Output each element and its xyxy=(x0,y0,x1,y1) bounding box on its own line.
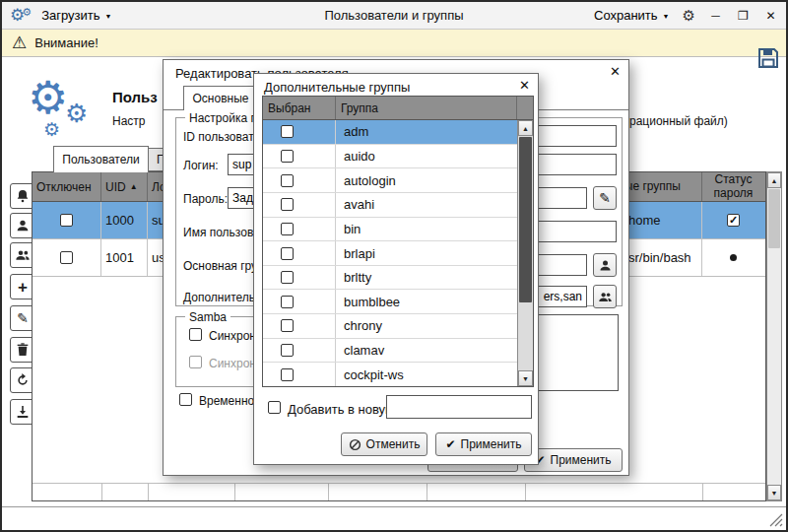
group-row[interactable]: clamav xyxy=(263,339,517,364)
row-disabled-checkbox[interactable] xyxy=(60,214,73,227)
login-label: Логин: xyxy=(183,159,219,172)
tab-main[interactable]: Основные xyxy=(183,86,258,110)
load-menu-button[interactable]: Загрузить ▼ xyxy=(41,8,111,23)
apply-label: Применить xyxy=(461,437,522,451)
password-status-checkbox[interactable] xyxy=(727,214,740,227)
user-icon xyxy=(598,258,613,273)
close-icon[interactable]: ✕ xyxy=(519,78,530,93)
notes-textarea[interactable] xyxy=(538,314,619,391)
scroll-down-button[interactable]: ▼ xyxy=(518,370,533,386)
close-button[interactable]: ✕ xyxy=(763,9,778,23)
user-icon xyxy=(15,218,31,233)
caret-down-icon: ▼ xyxy=(104,13,111,20)
group-name: clamav xyxy=(336,343,517,358)
group-checkbox[interactable] xyxy=(281,271,294,284)
scroll-up-button[interactable]: ▲ xyxy=(767,172,781,188)
cancel-button[interactable]: Отменить xyxy=(341,432,427,456)
col-header-disabled[interactable]: Отключен xyxy=(33,172,101,201)
groups-rows: adm auido autologin avahi bin brlapi brl… xyxy=(263,120,517,386)
check-icon: ✔ xyxy=(445,437,455,451)
dialog-title: Дополнительные группы xyxy=(264,80,410,95)
maximize-button[interactable]: ❐ xyxy=(736,9,751,23)
group-name: autologin xyxy=(336,173,517,188)
group-row[interactable]: adm xyxy=(263,120,517,145)
bell-icon xyxy=(15,188,31,204)
group-row[interactable]: autologin xyxy=(263,168,517,193)
pencil-icon: ✎ xyxy=(17,310,29,326)
edit-password-button[interactable]: ✎ xyxy=(593,186,617,210)
col-header-uid[interactable]: UID▲ xyxy=(101,172,148,201)
new-group-input[interactable] xyxy=(386,395,532,419)
group-checkbox[interactable] xyxy=(281,198,294,211)
group-checkbox[interactable] xyxy=(281,344,294,357)
status-bar xyxy=(2,506,786,530)
samba-sync-checkbox[interactable] xyxy=(189,328,202,341)
group-name: cockpit-ws xyxy=(336,367,517,382)
group-checkbox[interactable] xyxy=(281,247,294,260)
tab-users[interactable]: Пользователи xyxy=(53,146,149,172)
scrollbar-thumb[interactable] xyxy=(768,189,780,248)
group-row[interactable]: chrony xyxy=(263,314,517,339)
group-icon xyxy=(15,247,31,263)
group-checkbox[interactable] xyxy=(281,319,294,332)
row-disabled-checkbox[interactable] xyxy=(60,251,73,264)
page-logo-gear-icon: ⚙ xyxy=(65,100,88,126)
password-label: Пароль: xyxy=(183,192,228,206)
additional-groups-dialog: Дополнительные группы ✕ Выбран Группа ad… xyxy=(253,73,539,465)
group-name: bin xyxy=(336,222,517,236)
fieldset-legend: Настройка п xyxy=(185,111,261,125)
temporary-checkbox[interactable] xyxy=(179,393,192,406)
group-name: chrony xyxy=(336,318,517,333)
group-row[interactable]: bin xyxy=(263,218,517,242)
scroll-down-button[interactable]: ▼ xyxy=(767,485,781,500)
page-subtitle-right: рационный файл) xyxy=(629,114,728,128)
caret-down-icon: ▼ xyxy=(663,13,670,20)
temporary-label: Временное xyxy=(199,394,261,408)
pick-extra-groups-button[interactable] xyxy=(593,285,617,308)
cell-uid: 1000 xyxy=(101,202,148,238)
group-name: adm xyxy=(336,124,517,139)
add-to-new-checkbox[interactable] xyxy=(268,401,281,414)
save-menu-button[interactable]: Сохранить ▼ xyxy=(594,8,670,23)
group-row[interactable]: auido xyxy=(263,145,517,169)
group-row[interactable]: brlapi xyxy=(263,241,517,266)
minimize-button[interactable]: ─ xyxy=(708,9,723,23)
group-checkbox[interactable] xyxy=(281,296,294,308)
scrollbar-thumb[interactable] xyxy=(519,137,532,302)
sort-asc-icon: ▲ xyxy=(130,182,138,191)
apply-button[interactable]: ✔ Применить xyxy=(524,448,623,472)
group-checkbox[interactable] xyxy=(281,174,294,187)
warning-text: Внимание! xyxy=(34,35,98,50)
extra-groups-label: Дополнительн xyxy=(183,291,262,304)
group-checkbox[interactable] xyxy=(281,125,294,138)
pick-primary-group-button[interactable] xyxy=(593,253,617,277)
group-checkbox[interactable] xyxy=(281,150,294,163)
table-scrollbar[interactable]: ▲ ▼ xyxy=(766,171,782,501)
trash-icon xyxy=(15,342,31,358)
empty-row xyxy=(33,483,765,500)
group-row[interactable]: brltty xyxy=(263,266,517,291)
group-row[interactable]: cockpit-ws xyxy=(263,363,517,386)
group-row[interactable]: avahi xyxy=(263,193,517,218)
group-name: brlapi xyxy=(336,246,517,261)
page-subtitle-left: Настр xyxy=(112,114,146,128)
apply-button[interactable]: ✔ Применить xyxy=(435,432,532,456)
resize-grip[interactable] xyxy=(769,513,783,527)
group-checkbox[interactable] xyxy=(281,223,294,235)
save-file-icon[interactable] xyxy=(756,46,780,73)
close-icon[interactable]: ✕ xyxy=(610,64,621,79)
apply-label: Применить xyxy=(551,453,612,467)
plus-icon: + xyxy=(18,279,28,296)
app-window: ⚙⚙ Загрузить ▼ Пользователи и группы Сох… xyxy=(0,0,788,532)
password-status-dot-icon xyxy=(730,254,737,261)
group-checkbox[interactable] xyxy=(281,368,294,381)
scroll-up-button[interactable]: ▲ xyxy=(518,120,533,136)
settings-gear-icon[interactable]: ⚙ xyxy=(683,7,695,25)
col-header-password-status[interactable]: Статус пароля xyxy=(702,172,764,201)
samba-sync2-checkbox[interactable] xyxy=(189,356,202,368)
group-row[interactable]: bumblbee xyxy=(263,290,517,314)
groups-scrollbar[interactable]: ▲ ▼ xyxy=(517,120,533,386)
save-menu-label: Сохранить xyxy=(594,8,658,23)
groups-list: Выбран Группа adm auido autologin avahi … xyxy=(262,96,534,387)
group-icon xyxy=(598,290,613,304)
